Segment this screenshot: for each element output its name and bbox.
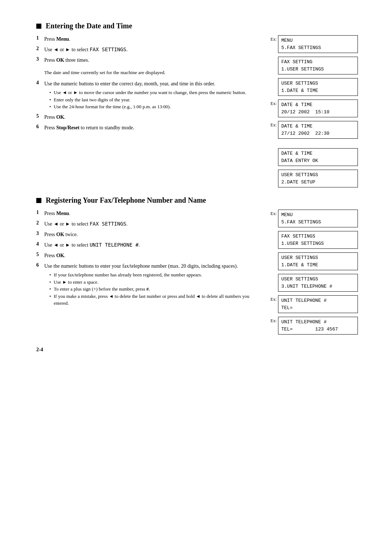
lcd-box: USER SETTINGS 3.UNIT TELEPHONE #: [278, 274, 358, 292]
step-number: 3: [36, 56, 44, 62]
section1-step1: 1 Press Menu.: [36, 35, 261, 43]
step-number: 1: [36, 35, 44, 41]
lcd-row: USER SETTINGS 3.UNIT TELEPHONE #: [269, 274, 363, 292]
lcd-label: Ex:: [269, 295, 277, 302]
section1-lcd-boxes: Ex: MENU 5.FAX SETTINGS FAX SETTING 1.US…: [269, 35, 363, 189]
lcd-label: [269, 57, 277, 58]
black-square-icon: [36, 24, 41, 29]
section2: Registering Your Fax/Telephone Number an…: [36, 196, 363, 336]
step-text: Press Menu.: [44, 35, 70, 43]
step-text: Press OK three times.: [44, 56, 89, 64]
section1-content: 1 Press Menu. 2 Use ◄ or ► to select FAX…: [36, 35, 363, 189]
bullet-item: Use the 24-hour format for the time (e.g…: [49, 103, 246, 110]
step-text: Use the numeric buttons to enter the cor…: [44, 81, 215, 86]
step-number: 6: [36, 124, 44, 130]
bullet-item: Enter only the last two digits of the ye…: [49, 96, 246, 104]
bullet-item: Use ► to enter a space.: [49, 279, 261, 286]
lcd-label: [269, 170, 277, 171]
step-text: Use ◄ or ► to select FAX SETTINGS.: [44, 46, 128, 53]
section2-step4: 4 Use ◄ or ► to select UNIT TELEPHONE #.: [36, 241, 261, 249]
step-text: Press OK.: [44, 113, 65, 121]
lcd-box: FAX SETTINGS 1.USER SETTINGS: [278, 231, 358, 249]
lcd-row: Ex: UNIT TELEPHONE # TEL=: [269, 295, 363, 313]
lcd-box: FAX SETTING 1.USER SETTINGS: [278, 57, 358, 74]
lcd-box: UNIT TELEPHONE # TEL= 123 4567: [278, 317, 358, 335]
bullet-item: To enter a plus sign (+) before the numb…: [49, 285, 261, 293]
section1-step3: 3 Press OK three times.: [36, 56, 261, 64]
section2-step5: 5 Press OK.: [36, 252, 261, 259]
step6-bullets: If your fax/telephone number has already…: [49, 271, 261, 307]
section1-title: Entering the Date and Time: [36, 22, 363, 30]
lcd-box: USER SETTINGS 1.DATE & TIME: [278, 252, 358, 270]
lcd-label: Ex:: [269, 35, 277, 42]
step-number: 3: [36, 231, 44, 236]
bullet-item: Use ◄ or ► to move the cursor under the …: [49, 89, 246, 96]
lcd-row: Ex: UNIT TELEPHONE # TEL= 123 4567: [269, 317, 363, 335]
section1-left: 1 Press Menu. 2 Use ◄ or ► to select FAX…: [36, 35, 261, 189]
section1-step6: 6 Press Stop/Reset to return to standby …: [36, 124, 261, 131]
section2-content: 1 Press Menu. 2 Use ◄ or ► to select FAX…: [36, 210, 363, 336]
section2-step2: 2 Use ◄ or ► to select FAX SETTINGS.: [36, 220, 261, 228]
lcd-label: [269, 231, 277, 232]
section2-lcd-boxes: Ex: MENU 5.FAX SETTINGS FAX SETTINGS 1.U…: [269, 210, 363, 336]
lcd-box: MENU 5.FAX SETTINGS: [278, 210, 358, 227]
section2-left: 1 Press Menu. 2 Use ◄ or ► to select FAX…: [36, 210, 261, 336]
lcd-label: Ex:: [269, 210, 277, 216]
section1-step2: 2 Use ◄ or ► to select FAX SETTINGS.: [36, 46, 261, 53]
lcd-label: [269, 78, 277, 80]
bullet-item: If your fax/telephone number has already…: [49, 271, 261, 279]
lcd-row: Ex: DATE & TIME 27/12 2002 22:30: [269, 121, 363, 139]
lcd-row: USER SETTINGS 2.DATE SETUP: [269, 170, 363, 187]
lcd-box: DATE & TIME 27/12 2002 22:30: [278, 121, 358, 139]
lcd-row: USER SETTINGS 1.DATE & TIME: [269, 78, 363, 96]
step-number: 2: [36, 46, 44, 52]
lcd-row: Ex: DATE & TIME 20/12 2002 15:10: [269, 100, 363, 117]
lcd-box: DATE & TIME DATA ENTRY OK: [278, 148, 358, 166]
lcd-box: USER SETTINGS 2.DATE SETUP: [278, 170, 358, 187]
spacer: [269, 142, 363, 146]
section1-step4: 4 Use the numeric buttons to enter the c…: [36, 80, 261, 110]
lcd-label: [269, 274, 277, 275]
lcd-label: Ex:: [269, 317, 277, 324]
step-number: 6: [36, 262, 44, 268]
black-square-icon: [36, 198, 41, 203]
section2-title: Registering Your Fax/Telephone Number an…: [36, 196, 363, 204]
step-text: Use ◄ or ► to select UNIT TELEPHONE #.: [44, 241, 140, 249]
page-number: 2-4: [36, 347, 363, 353]
info-text: The date and time currently set for the …: [44, 70, 166, 75]
step-text: Press Stop/Reset to return to standby mo…: [44, 124, 134, 131]
step-number: 5: [36, 252, 44, 258]
lcd-row: DATE & TIME DATA ENTRY OK: [269, 148, 363, 166]
section2-step3: 3 Press OK twice.: [36, 231, 261, 238]
step-number: 4: [36, 241, 44, 247]
step-text: Use ◄ or ► to select FAX SETTINGS.: [44, 220, 128, 228]
step-number: 2: [36, 220, 44, 226]
section2-step6: 6 Use the numeric buttons to enter your …: [36, 262, 261, 307]
lcd-row: Ex: MENU 5.FAX SETTINGS: [269, 35, 363, 53]
lcd-box: UNIT TELEPHONE # TEL=: [278, 295, 358, 313]
step-text: Press Menu.: [44, 210, 70, 217]
step-text: Press OK twice.: [44, 231, 78, 238]
lcd-row: USER SETTINGS 1.DATE & TIME: [269, 252, 363, 270]
bullet-item: If you make a mistake, press ◄ to delete…: [49, 293, 261, 307]
step-text: Use the numeric buttons to enter your fa…: [44, 263, 238, 269]
lcd-box: DATE & TIME 20/12 2002 15:10: [278, 100, 358, 117]
section1-info: The date and time currently set for the …: [36, 69, 261, 76]
lcd-label: Ex:: [269, 100, 277, 106]
lcd-label: [269, 148, 277, 150]
lcd-label: [269, 252, 277, 254]
lcd-row: FAX SETTINGS 1.USER SETTINGS: [269, 231, 363, 249]
lcd-box: USER SETTINGS 1.DATE & TIME: [278, 78, 358, 96]
section2-step1: 1 Press Menu.: [36, 210, 261, 217]
step-number: 1: [36, 210, 44, 215]
lcd-row: FAX SETTING 1.USER SETTINGS: [269, 57, 363, 74]
step-number: 4: [36, 80, 44, 86]
step4-bullets: Use ◄ or ► to move the cursor under the …: [49, 89, 246, 110]
lcd-label: Ex:: [269, 121, 277, 128]
step-number: 5: [36, 113, 44, 119]
section1-step5: 5 Press OK.: [36, 113, 261, 121]
lcd-box: MENU 5.FAX SETTINGS: [278, 35, 358, 53]
section1: Entering the Date and Time 1 Press Menu.…: [36, 22, 363, 189]
lcd-row: Ex: MENU 5.FAX SETTINGS: [269, 210, 363, 227]
step-text: Press OK.: [44, 252, 65, 259]
